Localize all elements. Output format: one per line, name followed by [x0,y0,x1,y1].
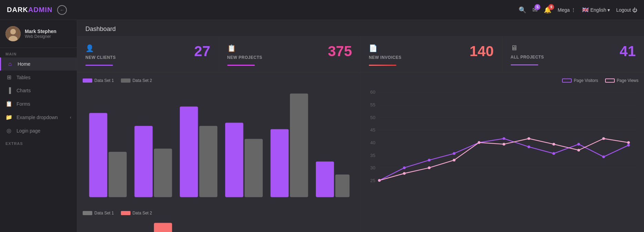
sidebar-item-label: Login page [17,128,40,134]
line-chart-legend: Page Visitors Page Views [562,78,638,83]
legend-dataset1: Data Set 1 [83,78,114,83]
svg-point-39 [428,159,430,161]
projects-icon: 📋 [227,44,262,52]
stat-card-invoices: 📄 NEW INVOICES 140 [361,36,502,72]
user-menu[interactable]: Mega ⋮ [558,7,576,13]
legend-color-purple [83,78,92,83]
search-button[interactable]: 🔍 [519,6,526,14]
legend-color-gray [121,78,131,83]
flag-icon: 🇬🇧 [582,7,589,13]
brand-dark: DARK [7,6,28,13]
sidebar-item-label: Forms [17,101,30,107]
sidebar-item-home[interactable]: ⌂ Home [0,57,77,71]
bar-chart-sub-legend: Data Set 1 Data Set 2 [83,211,355,215]
svg-point-47 [627,144,630,147]
stat-card-projects: 📋 NEW PROJECTS 375 [219,36,361,72]
svg-rect-6 [154,149,172,197]
clients-icon: 👤 [85,44,116,52]
back-icon[interactable]: ← [57,5,67,15]
chevron-down-icon: ▾ [607,7,610,13]
profile-info: Mark Stephen Web Designer [25,29,56,39]
forms-icon: 📋 [6,101,12,107]
sidebar-item-label: Tables [17,75,30,80]
svg-point-51 [453,159,456,161]
chevron-left-icon: ‹ [70,115,71,120]
svg-rect-4 [108,152,127,197]
logout-label: Logout [616,7,631,13]
svg-rect-13 [316,161,334,197]
svg-point-53 [502,143,505,146]
svg-point-54 [528,137,530,140]
stat-label-allprojects: ALL PROJECTS [511,55,544,60]
sidebar-item-label: Home [18,61,30,67]
sidebar-section-main: Main [0,48,77,57]
svg-text:35: 35 [370,153,375,158]
legend-page-views: Page Views [605,78,638,83]
sub-legend-label-2: Data Set 2 [133,211,152,215]
svg-point-46 [602,156,605,158]
svg-point-45 [577,143,580,146]
sidebar: Mark Stephen Web Designer Main ⌂ Home ⊞ … [0,20,77,232]
content-area: Dashboard 👤 NEW CLIENTS 27 📋 NEW [77,20,644,232]
charts-row: Data Set 1 Data Set 2 [77,72,644,232]
svg-point-40 [453,152,456,155]
tables-icon: ⊞ [6,74,12,81]
bar-chart-legend: Data Set 1 Data Set 2 [83,78,355,83]
logout-icon: ⏻ [632,7,637,13]
svg-point-44 [552,152,555,155]
notifications-button[interactable]: 🔔 9 [544,6,551,14]
svg-point-55 [552,143,555,146]
sidebar-item-label: Example dropdown [17,115,58,120]
legend-label-2: Data Set 2 [133,78,152,83]
charts-icon: ▐ [6,87,12,94]
sidebar-item-charts[interactable]: ▐ Charts [0,84,77,97]
svg-rect-12 [290,94,308,197]
svg-text:45: 45 [370,127,375,133]
stat-value-invoices: 140 [469,44,494,59]
sub-legend-label-1: Data Set 1 [94,211,114,215]
svg-point-48 [378,179,381,182]
stat-underline-allprojects [511,64,538,65]
stat-cards: 👤 NEW CLIENTS 27 📋 NEW PROJECTS 375 [77,36,644,72]
stat-card-clients: 👤 NEW CLIENTS 27 [77,36,219,72]
stat-value-projects: 375 [328,44,352,59]
sidebar-item-forms[interactable]: 📋 Forms [0,97,77,110]
line-chart: 60 55 50 45 40 35 30 25 [366,87,638,188]
svg-rect-8 [199,126,218,197]
home-icon: ⌂ [7,61,13,67]
brand: DARKADMIN ← [7,5,67,15]
sub-legend-dataset2: Data Set 2 [121,211,152,215]
stat-card-allprojects: 🖥 ALL PROJECTS 41 [502,36,644,72]
sidebar-item-login[interactable]: ◎ Login page [0,124,77,137]
sidebar-profile: Mark Stephen Web Designer [0,20,77,48]
sub-legend-color-salmon [121,211,131,215]
line-chart-panel: Page Visitors Page Views 60 55 50 [361,72,644,232]
svg-rect-3 [89,113,107,197]
svg-text:40: 40 [370,140,375,145]
svg-rect-7 [180,106,198,197]
svg-point-49 [403,172,406,175]
language-selector[interactable]: 🇬🇧 English ▾ [582,7,610,13]
sidebar-section-extras: Extras [0,137,77,147]
sidebar-item-tables[interactable]: ⊞ Tables [0,71,77,84]
sidebar-item-dropdown[interactable]: 📁 Example dropdown ‹ [0,110,77,124]
svg-point-50 [428,167,430,169]
legend-color-pink-border [605,78,615,83]
dropdown-icon: 📁 [6,114,12,120]
login-icon: ◎ [6,127,12,134]
legend-color-purple-border [562,78,572,83]
bar-sub-chart [83,220,355,232]
legend-views-label: Page Views [617,78,638,83]
avatar-image [6,26,21,41]
svg-point-42 [502,137,505,140]
sub-legend-dataset1: Data Set 1 [83,211,114,215]
stat-label-invoices: NEW INVOICES [369,55,402,60]
logout-button[interactable]: Logout ⏻ [616,7,637,13]
stat-value-allprojects: 41 [620,44,636,59]
profile-role: Web Designer [25,34,56,39]
svg-text:50: 50 [370,115,375,120]
svg-rect-18 [154,223,172,232]
messages-button[interactable]: ✉ 5 [532,6,538,14]
svg-point-43 [528,146,530,148]
svg-text:25: 25 [370,178,375,183]
